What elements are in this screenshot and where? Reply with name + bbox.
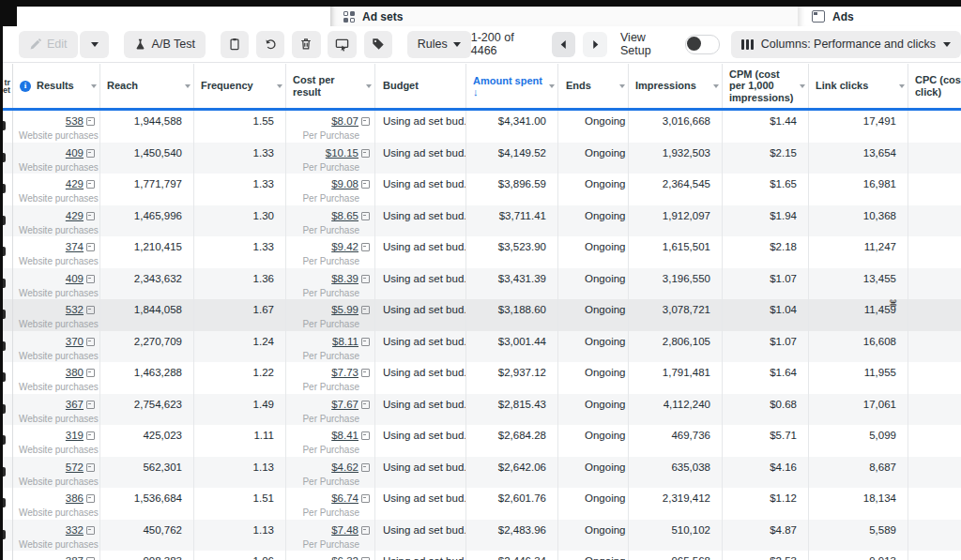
cost-per-result-value[interactable]: $8.11 xyxy=(332,336,358,348)
result-detail-icon[interactable] xyxy=(86,117,95,126)
chevron-down-icon[interactable] xyxy=(91,84,97,88)
table-row[interactable]: 429Website purchases1,771,7971.33$9.08Pe… xyxy=(0,174,961,205)
result-detail-icon[interactable] xyxy=(86,180,95,189)
table-row[interactable]: 572Website purchases562,3011.13$4.62Per … xyxy=(0,457,961,489)
result-detail-icon[interactable] xyxy=(86,463,95,472)
edit-dropdown-button[interactable] xyxy=(80,31,108,58)
cost-per-result-value[interactable]: $8.39 xyxy=(331,273,358,285)
results-value[interactable]: 572 xyxy=(66,462,84,474)
result-detail-icon[interactable] xyxy=(86,243,95,251)
table-row[interactable]: 387Website purchases908,3831.06$6.32Per … xyxy=(0,551,961,560)
table-row[interactable]: 374Website purchases1,210,4151.33$9.42Pe… xyxy=(0,236,961,268)
results-value[interactable]: 367 xyxy=(66,399,84,411)
column-header-frequency[interactable]: Frequency xyxy=(194,64,286,108)
column-header-reach[interactable]: Reach xyxy=(100,64,194,108)
table-row[interactable]: 429Website purchases1,465,9961.30$8.65Pe… xyxy=(0,205,961,237)
chevron-down-icon[interactable] xyxy=(185,84,191,88)
info-icon[interactable]: i xyxy=(20,81,31,92)
column-header-budget[interactable]: Budget xyxy=(375,64,466,108)
result-detail-icon[interactable] xyxy=(86,494,95,503)
result-detail-icon[interactable] xyxy=(86,275,95,283)
result-detail-icon[interactable] xyxy=(86,431,95,440)
results-value[interactable]: 538 xyxy=(66,115,84,128)
results-value[interactable]: 380 xyxy=(66,367,84,379)
cost-detail-icon[interactable] xyxy=(361,180,370,189)
column-header-cpc[interactable]: CPC (cost per link click) xyxy=(908,64,961,108)
results-value[interactable]: 332 xyxy=(66,524,84,537)
cost-detail-icon[interactable] xyxy=(361,149,370,158)
results-value[interactable]: 429 xyxy=(66,210,84,222)
results-value[interactable]: 370 xyxy=(66,336,84,348)
results-value[interactable]: 319 xyxy=(66,430,84,442)
table-row[interactable]: 367Website purchases2,754,6231.49$7.67Pe… xyxy=(0,394,961,426)
cost-detail-icon[interactable] xyxy=(361,526,370,535)
result-detail-icon[interactable] xyxy=(86,306,95,314)
table-row[interactable]: 319Website purchases425,0231.11$8.41Per … xyxy=(0,425,961,457)
table-row[interactable]: 532Website purchases1,844,0581.67$5.99Pe… xyxy=(0,299,961,331)
result-detail-icon[interactable] xyxy=(86,369,95,377)
column-header-cost-per-result[interactable]: Cost per result xyxy=(286,64,375,108)
result-detail-icon[interactable] xyxy=(86,149,95,158)
cost-detail-icon[interactable] xyxy=(361,401,370,409)
column-header-results[interactable]: i Results xyxy=(13,64,100,108)
chevron-down-icon[interactable] xyxy=(899,84,905,88)
results-value[interactable]: 387 xyxy=(66,555,84,560)
result-detail-icon[interactable] xyxy=(86,338,95,346)
edit-button[interactable]: Edit xyxy=(19,31,78,58)
delete-button[interactable] xyxy=(292,31,320,58)
tab-ad-sets[interactable]: Ad sets xyxy=(330,7,798,26)
next-page-button[interactable] xyxy=(583,32,607,57)
cost-per-result-value[interactable]: $8.07 xyxy=(331,115,358,128)
table-row[interactable]: 409Website purchases1,450,5401.33$10.15P… xyxy=(0,143,961,174)
rules-button[interactable]: Rules xyxy=(407,31,471,58)
previous-page-button[interactable] xyxy=(552,32,576,57)
results-value[interactable]: 409 xyxy=(66,273,84,285)
results-value[interactable]: 374 xyxy=(66,241,84,253)
cost-per-result-value[interactable]: $7.73 xyxy=(331,367,358,379)
result-detail-icon[interactable] xyxy=(86,526,95,535)
ab-test-button[interactable]: A/B Test xyxy=(124,31,206,58)
column-header-amount-spent[interactable]: Amount spent ↓ xyxy=(466,64,558,108)
cost-detail-icon[interactable] xyxy=(361,212,370,220)
cost-per-result-value[interactable]: $8.65 xyxy=(331,210,358,222)
chevron-down-icon[interactable] xyxy=(277,84,282,88)
cost-detail-icon[interactable] xyxy=(361,243,370,251)
result-detail-icon[interactable] xyxy=(86,401,95,409)
cost-per-result-value[interactable]: $6.32 xyxy=(331,555,358,560)
column-header-impressions[interactable]: Impressions xyxy=(629,64,723,108)
cost-per-result-value[interactable]: $7.48 xyxy=(331,524,358,537)
cost-detail-icon[interactable] xyxy=(361,306,370,314)
column-header-link-clicks[interactable]: Link clicks xyxy=(809,64,908,108)
columns-button[interactable]: Columns: Performance and clicks xyxy=(731,31,961,58)
chevron-down-icon[interactable] xyxy=(800,84,805,88)
cost-detail-icon[interactable] xyxy=(361,117,370,126)
preview-button[interactable] xyxy=(328,31,356,58)
results-value[interactable]: 532 xyxy=(66,304,84,316)
cost-per-result-value[interactable]: $7.67 xyxy=(331,399,358,411)
chevron-down-icon[interactable] xyxy=(366,84,372,88)
cost-per-result-value[interactable]: $9.42 xyxy=(331,241,358,253)
cost-per-result-value[interactable]: $6.74 xyxy=(331,492,358,505)
cost-per-result-value[interactable]: $4.62 xyxy=(331,462,358,474)
tag-button[interactable] xyxy=(364,31,392,58)
cost-detail-icon[interactable] xyxy=(361,369,370,377)
cost-detail-icon[interactable] xyxy=(361,275,370,283)
cost-detail-icon[interactable] xyxy=(361,431,370,440)
cost-detail-icon[interactable] xyxy=(361,494,370,503)
tab-ads[interactable]: Ads xyxy=(798,7,961,26)
duplicate-button[interactable] xyxy=(221,31,249,58)
undo-button[interactable] xyxy=(256,31,284,58)
column-header-ends[interactable]: Ends xyxy=(558,64,629,108)
chevron-down-icon[interactable] xyxy=(619,84,625,88)
cost-per-result-value[interactable]: $5.99 xyxy=(331,304,358,316)
cost-detail-icon[interactable] xyxy=(361,463,370,472)
result-detail-icon[interactable] xyxy=(86,212,95,220)
cost-per-result-value[interactable]: $10.15 xyxy=(326,147,358,159)
column-header-cpm[interactable]: CPM (cost per 1,000 impressions) xyxy=(723,64,809,108)
table-row[interactable]: 332Website purchases450,7621.13$7.48Per … xyxy=(0,520,961,552)
results-value[interactable]: 429 xyxy=(66,178,84,190)
table-row[interactable]: 370Website purchases2,270,7091.24$8.11Pe… xyxy=(0,331,961,363)
table-row[interactable]: 538Website purchases1,944,5881.55$8.07Pe… xyxy=(0,111,961,143)
results-value[interactable]: 386 xyxy=(66,492,84,505)
cost-per-result-value[interactable]: $9.08 xyxy=(331,178,358,190)
